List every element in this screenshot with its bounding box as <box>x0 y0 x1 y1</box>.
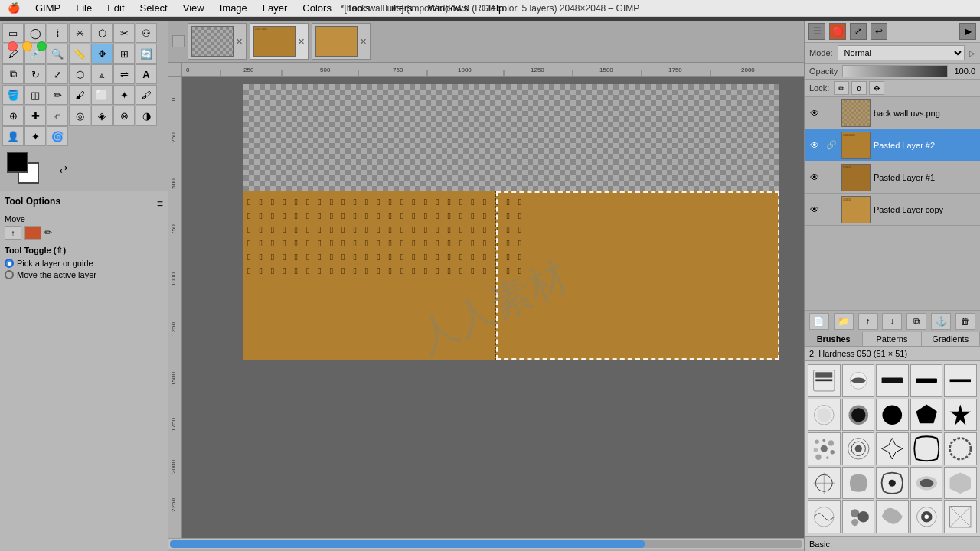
menu-view[interactable]: View <box>175 2 212 14</box>
tool-foreground-select[interactable]: ⚇ <box>136 23 157 43</box>
menu-layer[interactable]: Layer <box>255 2 296 14</box>
swap-colors-icon[interactable]: ⇄ <box>59 163 68 175</box>
brush-item-1[interactable] <box>842 364 875 397</box>
new-layer-btn[interactable]: 📄 <box>809 313 829 330</box>
canvas-viewport[interactable]: 𓀀 𓁀 𓂀 𓃀 𓄀 𓅀 𓆀 𓇀 𓈀 𓉀 𓊀 𓋀 𓌀 𓍀 𓎀 𓏀 𓀁 𓁁 𓂁 𓃁 … <box>182 77 804 538</box>
brush-item-2[interactable] <box>876 364 909 397</box>
brush-item-24[interactable] <box>944 500 977 533</box>
lock-alpha-btn[interactable]: α <box>851 81 867 95</box>
tool-smudge[interactable]: ⊗ <box>113 106 135 126</box>
paths-icon-btn[interactable]: ⤢ <box>850 23 867 40</box>
tool-flip[interactable]: ⇌ <box>113 64 135 84</box>
layers-icon-btn[interactable]: ☰ <box>808 23 825 40</box>
brush-item-11[interactable] <box>842 432 875 465</box>
brush-item-19[interactable] <box>944 467 977 500</box>
tool-eraser[interactable]: ⬜ <box>91 85 113 105</box>
tab-close-1[interactable]: ✕ <box>236 37 243 47</box>
brush-item-17[interactable] <box>876 467 909 500</box>
tool-clone[interactable]: ⊕ <box>2 106 24 126</box>
menu-edit[interactable]: Edit <box>100 2 132 14</box>
tool-perspective-clone[interactable]: ⟤ <box>47 106 68 126</box>
tab-item-1[interactable]: ✕ <box>188 23 247 60</box>
layer-item-3[interactable]: 👁 𓀀𓁀𓂀𓃀𓄀𓅀𓆀 Pasted Layer copy <box>805 194 980 226</box>
brush-item-18[interactable] <box>910 467 943 500</box>
layer-vis-2[interactable]: 👁 <box>808 171 822 184</box>
tool-bucket-fill[interactable]: 🪣 <box>2 85 24 105</box>
maximize-button[interactable] <box>37 41 47 51</box>
layer-vis-1[interactable]: 👁 <box>808 139 822 152</box>
foreground-color[interactable] <box>7 152 28 173</box>
tool-free-select[interactable]: ⌇ <box>47 23 68 43</box>
tool-people[interactable]: 👤 <box>2 126 24 146</box>
menu-file[interactable]: File <box>68 2 100 14</box>
brush-item-13[interactable] <box>910 432 943 465</box>
menu-gimp[interactable]: GIMP <box>28 2 68 14</box>
layer-link-0[interactable] <box>825 106 838 120</box>
tool-move[interactable]: ✥ <box>91 44 113 64</box>
panel-menu-btn[interactable]: ▶ <box>959 23 976 40</box>
tool-heal[interactable]: ✚ <box>24 106 46 126</box>
tool-transform[interactable]: 🔄 <box>136 44 157 64</box>
delete-layer-btn[interactable]: 🗑 <box>956 313 975 330</box>
mode-select[interactable]: Normal Multiply Screen Overlay <box>838 45 965 60</box>
tool-text[interactable]: A <box>136 64 157 84</box>
radio-move-active[interactable]: Move the active layer <box>5 270 163 279</box>
tool-airbrush[interactable]: ✦ <box>113 85 135 105</box>
brush-item-3[interactable] <box>910 364 943 397</box>
menu-colors[interactable]: Colors <box>295 2 339 14</box>
brush-item-20[interactable] <box>808 500 841 533</box>
tool-blend[interactable]: ◫ <box>24 85 46 105</box>
brush-item-4[interactable] <box>944 364 977 397</box>
tab-close-2[interactable]: ✕ <box>298 37 305 47</box>
layer-item-2[interactable]: 👁 𓀀𓁀𓂀𓃀𓄀𓅀𓆀 Pasted Layer #1 <box>805 161 980 194</box>
brush-item-7[interactable] <box>876 399 909 432</box>
tool-ink[interactable]: 🖋 <box>136 85 157 105</box>
radio-pick-layer[interactable]: Pick a layer or guide <box>5 259 163 268</box>
tool-pencil[interactable]: ✏ <box>47 85 68 105</box>
brush-item-16[interactable] <box>842 467 875 500</box>
move-up-btn[interactable]: ↑ <box>5 226 21 240</box>
brush-item-6[interactable] <box>842 399 875 432</box>
layer-vis-0[interactable]: 👁 <box>808 106 822 120</box>
brush-item-21[interactable] <box>842 500 875 533</box>
lock-position-btn[interactable]: ✥ <box>869 81 884 95</box>
tool-perspective[interactable]: ⟁ <box>91 64 113 84</box>
brush-item-12[interactable] <box>876 432 909 465</box>
brushes-tab-brushes[interactable]: Brushes <box>805 332 863 346</box>
brush-item-23[interactable] <box>910 500 943 533</box>
layer-vis-3[interactable]: 👁 <box>808 203 822 217</box>
tool-warp[interactable]: 🌀 <box>47 126 68 146</box>
minimize-button[interactable] <box>22 41 32 51</box>
tool-shear[interactable]: ⬡ <box>69 64 90 84</box>
close-button[interactable] <box>8 41 18 51</box>
brush-item-5[interactable] <box>808 399 841 432</box>
brushes-tab-gradients[interactable]: Gradients <box>922 332 980 346</box>
tool-scale[interactable]: ⤢ <box>47 64 68 84</box>
apple-menu[interactable]: 🍎 <box>0 2 28 14</box>
opacity-slider[interactable] <box>842 65 948 77</box>
tool-rotate[interactable]: ↻ <box>24 64 46 84</box>
anchor-layer-btn[interactable]: ⚓ <box>931 313 951 330</box>
h-scrollbar-thumb[interactable] <box>170 540 645 548</box>
lock-pixels-btn[interactable]: ✏ <box>834 81 849 95</box>
layer-link-1[interactable]: 🔗 <box>825 139 838 152</box>
menu-image[interactable]: Image <box>212 2 255 14</box>
tool-dodge[interactable]: ◑ <box>136 106 157 126</box>
move-layer-up-btn[interactable]: ↑ <box>858 313 878 330</box>
layer-link-2[interactable] <box>825 171 838 184</box>
undo-icon-btn[interactable]: ↩ <box>871 23 887 40</box>
channels-icon-btn[interactable]: 🔴 <box>829 23 846 40</box>
tool-rect-select[interactable]: ▭ <box>2 23 24 43</box>
layer-item-1[interactable]: 👁 🔗 𓀀𓁀𓂀𓃀𓄀𓅀𓆀𓇀𓈀𓉀𓊀 Pasted Layer #2 <box>805 129 980 161</box>
duplicate-layer-btn[interactable]: ⧉ <box>906 313 926 330</box>
brush-item-22[interactable] <box>876 500 909 533</box>
tool-options-menu-icon[interactable]: ≡ <box>157 197 163 210</box>
brushes-tab-patterns[interactable]: Patterns <box>863 332 921 346</box>
tool-star[interactable]: ✦ <box>24 126 46 146</box>
tool-paintbrush[interactable]: 🖌 <box>69 85 90 105</box>
brush-item-8[interactable] <box>910 399 943 432</box>
tool-zoom[interactable]: 🔍 <box>47 44 68 64</box>
h-scrollbar[interactable] <box>168 538 804 549</box>
tool-crop[interactable]: ⧉ <box>2 64 24 84</box>
brush-item-10[interactable] <box>808 432 841 465</box>
